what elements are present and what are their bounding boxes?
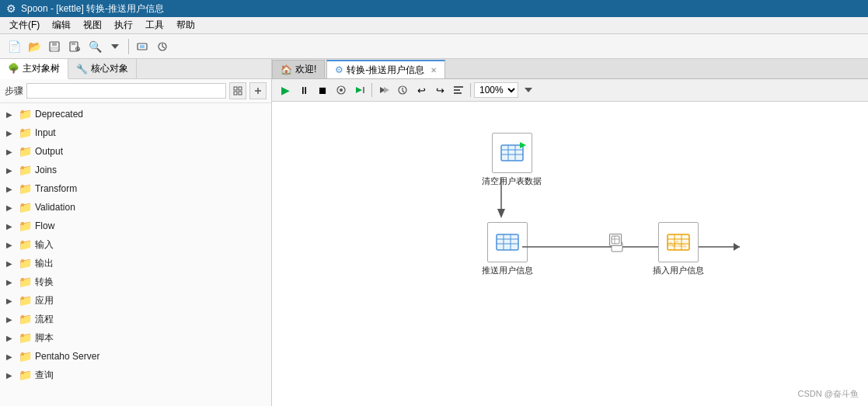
tree-item-label: Transform — [35, 183, 77, 194]
search-input[interactable] — [26, 83, 226, 99]
monitor-button[interactable] — [394, 82, 411, 99]
editor-tabs: 🏠 欢迎! ⚙ 转换-推送用户信息 ✕ — [272, 59, 868, 79]
svg-rect-37 — [497, 234, 518, 250]
svg-marker-23 — [384, 87, 389, 93]
transform-tab-close[interactable]: ✕ — [431, 66, 437, 75]
tree-item-Validation[interactable]: ▶ 📁 Validation — [0, 198, 271, 217]
tree-item-label: Output — [35, 146, 63, 157]
left-tabs: 🌳 主对象树 🔧 核心对象 — [0, 59, 271, 79]
tree-item-Pentaho Server[interactable]: ▶ 📁 Pentaho Server — [0, 347, 271, 366]
node-clear-table-icon — [492, 133, 532, 173]
dropdown-button[interactable] — [106, 37, 124, 56]
tree-item-label: 转换 — [35, 276, 54, 289]
menu-item-文件(F)[interactable]: 文件(F) — [3, 17, 46, 33]
node-push-user-label: 推送用户信息 — [482, 265, 533, 276]
hop-icon — [609, 234, 622, 246]
main-toolbar: 📄 📂 🔍 — [0, 34, 868, 59]
tree-folder-icon: 📁 — [19, 313, 32, 325]
menu-item-工具[interactable]: 工具 — [139, 17, 170, 33]
tree-folder-icon: 📁 — [19, 164, 32, 176]
steps-label: 步骤 — [5, 85, 23, 98]
tree-item-Joins[interactable]: ▶ 📁 Joins — [0, 161, 271, 179]
tree-item-Output[interactable]: ▶ 📁 Output — [0, 142, 271, 161]
svg-marker-43 — [734, 243, 740, 251]
node-clear-table[interactable]: 清空用户表数据 — [482, 133, 542, 187]
canvas-toolbar: ▶ ⏸ ⏹ ↩ ↪ 50% 75% — [272, 79, 868, 102]
menu-item-视图[interactable]: 视图 — [77, 17, 108, 33]
tree-item-label: 应用 — [35, 294, 54, 307]
tree-arrow: ▶ — [6, 110, 16, 119]
menu-item-执行[interactable]: 执行 — [108, 17, 139, 33]
main-tree-label: 主对象树 — [23, 62, 60, 75]
menu-item-编辑[interactable]: 编辑 — [46, 17, 77, 33]
welcome-tab-icon: 🏠 — [281, 64, 292, 75]
canvas-sep-2 — [470, 83, 471, 97]
svg-rect-13 — [239, 87, 242, 90]
save-as-button[interactable] — [65, 37, 84, 56]
node-insert-user[interactable]: 插入用户信息 — [653, 222, 704, 276]
tree-item-label: 流程 — [35, 313, 54, 326]
new-button[interactable]: 📄 — [5, 37, 23, 56]
explore-button[interactable]: 🔍 — [85, 37, 104, 56]
svg-marker-20 — [356, 87, 362, 93]
step-run-button[interactable] — [351, 82, 368, 99]
svg-rect-12 — [234, 87, 237, 90]
undo-button[interactable]: ↩ — [413, 82, 430, 99]
tree-item-label: Pentaho Server — [35, 351, 99, 362]
tool-btn-2[interactable] — [153, 37, 172, 56]
tree-folder-icon: 📁 — [19, 238, 32, 251]
node-insert-user-label: 插入用户信息 — [653, 265, 704, 276]
tree-arrow: ▶ — [6, 241, 16, 249]
run-button[interactable]: ▶ — [277, 82, 294, 99]
tree-arrow: ▶ — [6, 203, 16, 212]
align-button[interactable] — [450, 82, 467, 99]
save-button[interactable] — [45, 37, 64, 56]
watermark: CSDN @奋斗鱼 — [798, 388, 859, 400]
tool-btn-1[interactable] — [133, 37, 152, 56]
preview-button[interactable] — [333, 82, 350, 99]
tree-item-label: Joins — [35, 165, 57, 175]
canvas[interactable]: 清空用户表数据 推送用户信息 — [272, 102, 868, 406]
tree-item-转换[interactable]: ▶ 📁 转换 — [0, 272, 271, 291]
tree-item-输入[interactable]: ▶ 📁 输入 — [0, 235, 271, 254]
zoom-select[interactable]: 50% 75% 100% 125% 150% 200% — [474, 82, 518, 98]
tab-core-objects[interactable]: 🔧 核心对象 — [68, 59, 137, 78]
tree-item-Deprecated[interactable]: ▶ 📁 Deprecated — [0, 105, 271, 123]
tree-item-输出[interactable]: ▶ 📁 输出 — [0, 254, 271, 272]
svg-rect-4 — [71, 42, 75, 45]
tree-item-Input[interactable]: ▶ 📁 Input — [0, 123, 271, 142]
tree-arrow: ▶ — [6, 278, 16, 286]
svg-rect-25 — [454, 86, 463, 88]
tab-transform[interactable]: ⚙ 转换-推送用户信息 ✕ — [326, 60, 445, 78]
redo-button[interactable]: ↪ — [431, 82, 448, 99]
node-push-user[interactable]: 推送用户信息 — [482, 222, 533, 276]
title-text: Spoon - [kettle] 转换-推送用户信息 — [21, 2, 164, 16]
node-push-user-icon — [487, 222, 528, 262]
tree-item-Transform[interactable]: ▶ 📁 Transform — [0, 179, 271, 198]
svg-rect-26 — [454, 89, 460, 91]
svg-rect-1 — [52, 42, 57, 46]
tree-folder-icon: 📁 — [19, 201, 32, 213]
tree-item-应用[interactable]: ▶ 📁 应用 — [0, 291, 271, 310]
search-bar: 步骤 — [0, 79, 271, 103]
expand-all-button[interactable] — [229, 82, 246, 99]
toolbar-separator-1 — [128, 39, 129, 54]
tree-item-label: 查询 — [35, 369, 54, 382]
tree-item-查询[interactable]: ▶ 📁 查询 — [0, 366, 271, 384]
zoom-dropdown-btn[interactable] — [520, 82, 537, 99]
tree-item-脚本[interactable]: ▶ 📁 脚本 — [0, 328, 271, 347]
tree-item-Flow[interactable]: ▶ 📁 Flow — [0, 217, 271, 235]
tree-item-流程[interactable]: ▶ 📁 流程 — [0, 310, 271, 328]
collapse-all-button[interactable] — [249, 82, 267, 99]
stop-button[interactable]: ⏹ — [314, 82, 331, 99]
tree-item-label: Flow — [35, 220, 54, 231]
pause-button[interactable]: ⏸ — [295, 82, 312, 99]
tab-welcome[interactable]: 🏠 欢迎! — [272, 60, 325, 78]
welcome-tab-label: 欢迎! — [295, 63, 316, 76]
sniff-button[interactable] — [375, 82, 392, 99]
open-button[interactable]: 📂 — [25, 37, 44, 56]
transform-tab-label: 转换-推送用户信息 — [347, 64, 424, 77]
tab-main-tree[interactable]: 🌳 主对象树 — [0, 59, 68, 79]
menu-item-帮助[interactable]: 帮助 — [170, 17, 201, 33]
svg-point-19 — [340, 88, 343, 92]
